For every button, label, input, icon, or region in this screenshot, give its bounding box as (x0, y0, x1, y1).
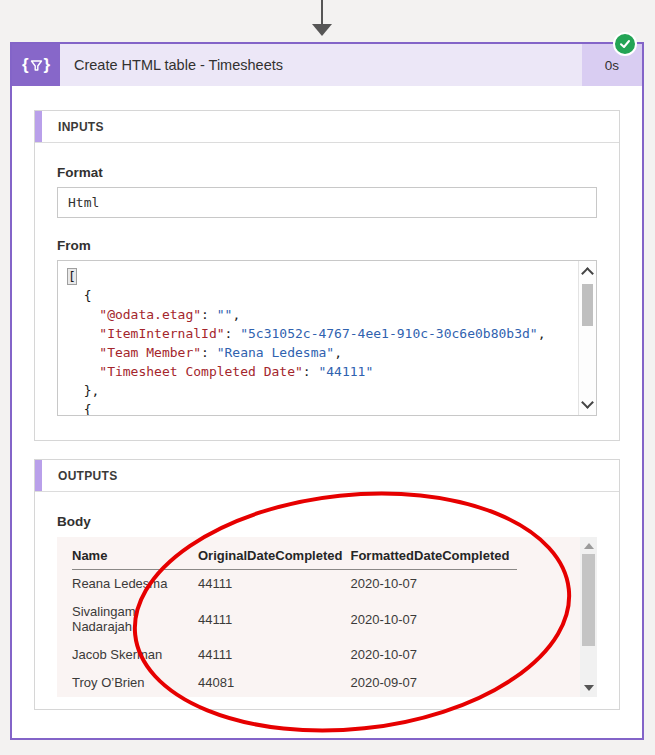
code-line: "ItemInternalId": "5c31052c-4767-4ee1-91… (68, 324, 578, 343)
outputs-section-header: OUTPUTS (35, 460, 619, 492)
inputs-accent-bar (35, 111, 42, 142)
table-row: Reana Ledesma441112020-10-07 (72, 570, 517, 599)
data-operation-icon: { } (12, 44, 60, 86)
table-cell: 2020-10-07 (350, 570, 517, 599)
table-column-header: FormattedDateCompleted (350, 543, 517, 570)
table-row: Jacob Skerman441112020-10-07 (72, 641, 517, 669)
format-field-label: Format (57, 165, 597, 180)
outputs-section: OUTPUTS Body NameOriginalDateCompletedFo… (34, 459, 620, 710)
output-table-scrollbar[interactable] (580, 537, 597, 697)
code-line: { (68, 400, 578, 415)
success-check-icon (613, 32, 637, 56)
action-card: { } Create HTML table - Timesheets 0s IN… (10, 42, 644, 740)
action-header[interactable]: { } Create HTML table - Timesheets 0s (12, 44, 642, 86)
flow-canvas: { "action_card": { "title": "Create HTML… (0, 0, 655, 755)
table-cell: 2020-10-07 (350, 598, 517, 641)
scroll-up-icon[interactable] (581, 267, 594, 280)
table-cell: Sivalingam Nadarajah (72, 598, 198, 641)
outputs-section-label: OUTPUTS (42, 460, 117, 491)
table-cell: 44081 (198, 669, 350, 697)
scrollbar-thumb[interactable] (582, 554, 595, 646)
outputs-accent-bar (35, 460, 42, 491)
body-field-label: Body (57, 514, 597, 529)
format-input[interactable]: Html (57, 187, 597, 218)
table-cell: 2020-09-07 (350, 669, 517, 697)
code-line: [ (68, 267, 578, 286)
from-code-editor[interactable]: [ { "@odata.etag": "", "ItemInternalId":… (58, 261, 578, 415)
scroll-up-icon[interactable] (584, 543, 594, 549)
table-cell: 44111 (198, 641, 350, 669)
table-cell: 44111 (198, 570, 350, 599)
table-column-header: Name (72, 543, 198, 570)
code-line: }, (68, 381, 578, 400)
table-cell: Troy O’Brien (72, 669, 198, 697)
table-cell: 2020-10-07 (350, 641, 517, 669)
scrollbar-thumb[interactable] (582, 284, 593, 326)
inputs-section-label: INPUTS (42, 111, 104, 142)
code-line: { (68, 286, 578, 305)
scroll-down-icon[interactable] (584, 685, 594, 691)
from-field-label: From (57, 238, 597, 253)
output-table: NameOriginalDateCompletedFormattedDateCo… (72, 543, 517, 697)
from-scrollbar[interactable] (578, 261, 596, 415)
from-code-box: [ { "@odata.etag": "", "ItemInternalId":… (57, 260, 597, 416)
table-cell: Reana Ledesma (72, 570, 198, 599)
scroll-down-icon[interactable] (581, 396, 594, 409)
table-cell: 44111 (198, 598, 350, 641)
inputs-section: INPUTS Format Html From [ { "@odata.etag… (34, 110, 620, 441)
action-title: Create HTML table - Timesheets (74, 57, 283, 73)
table-column-header: OriginalDateCompleted (198, 543, 350, 570)
code-line: "@odata.etag": "", (68, 305, 578, 324)
inputs-section-header: INPUTS (35, 111, 619, 143)
table-header-row: NameOriginalDateCompletedFormattedDateCo… (72, 543, 517, 570)
table-row: Sivalingam Nadarajah441112020-10-07 (72, 598, 517, 641)
output-table-container: NameOriginalDateCompletedFormattedDateCo… (57, 537, 597, 697)
code-line: "Team Member": "Reana Ledesma", (68, 343, 578, 362)
table-row: Troy O’Brien440812020-09-07 (72, 669, 517, 697)
code-line: "Timesheet Completed Date": "44111" (68, 362, 578, 381)
table-cell: Jacob Skerman (72, 641, 198, 669)
connector-arrow-icon (312, 24, 332, 36)
